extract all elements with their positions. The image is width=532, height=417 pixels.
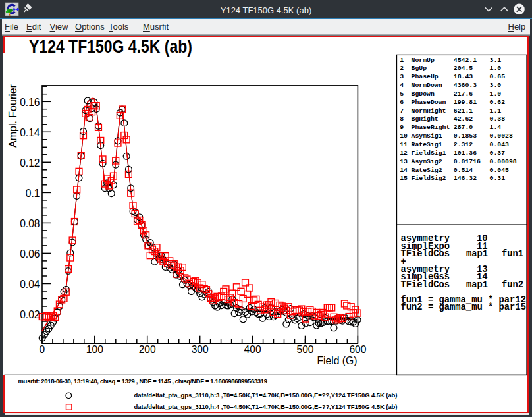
svg-text:0.14: 0.14 bbox=[20, 127, 40, 138]
svg-text:4542.1: 4542.1 bbox=[454, 57, 477, 64]
svg-text:3: 3 bbox=[400, 73, 404, 80]
svg-text:map1: map1 bbox=[466, 280, 488, 290]
svg-text:TFieldCos: TFieldCos bbox=[401, 280, 450, 290]
svg-text:Y124 TF150G 4.5K (ab): Y124 TF150G 4.5K (ab) bbox=[29, 37, 192, 57]
svg-text:204.5: 204.5 bbox=[454, 65, 473, 72]
svg-text:13: 13 bbox=[400, 158, 408, 165]
svg-text:PhaseDown: PhaseDown bbox=[412, 99, 446, 106]
svg-text:15: 15 bbox=[400, 175, 408, 182]
svg-text:1.1: 1.1 bbox=[490, 107, 502, 115]
svg-text:8: 8 bbox=[400, 115, 404, 123]
svg-text:AsymSig2: AsymSig2 bbox=[412, 158, 442, 165]
svg-text:Field (G): Field (G) bbox=[317, 355, 357, 366]
svg-text:1: 1 bbox=[400, 57, 404, 64]
svg-text:0.01716: 0.01716 bbox=[454, 158, 481, 165]
svg-text:0.043: 0.043 bbox=[490, 141, 510, 148]
svg-text:621.1: 621.1 bbox=[454, 107, 473, 115]
svg-text:NormRight: NormRight bbox=[412, 107, 446, 115]
svg-text:3.0: 3.0 bbox=[490, 82, 502, 89]
svg-text:5: 5 bbox=[400, 90, 404, 97]
svg-text:FieldSig2: FieldSig2 bbox=[412, 175, 446, 182]
svg-text:0.16: 0.16 bbox=[20, 97, 40, 108]
svg-text:287.0: 287.0 bbox=[454, 124, 473, 131]
svg-text:0.12: 0.12 bbox=[20, 157, 40, 169]
svg-text:0.08: 0.08 bbox=[20, 218, 40, 229]
svg-text:0.04: 0.04 bbox=[20, 279, 40, 290]
svg-text:217.6: 217.6 bbox=[454, 90, 473, 97]
svg-text:fun2: fun2 bbox=[502, 280, 523, 290]
svg-text:fun1: fun1 bbox=[502, 249, 523, 259]
svg-text:6: 6 bbox=[400, 99, 404, 106]
svg-text:0.38: 0.38 bbox=[490, 115, 506, 123]
svg-text:AsymSig1: AsymSig1 bbox=[412, 132, 442, 140]
svg-text:1.0: 1.0 bbox=[490, 90, 502, 97]
svg-text:0.514: 0.514 bbox=[454, 167, 473, 174]
svg-text:200: 200 bbox=[139, 344, 156, 355]
svg-text:data/deltat_pta_gps_3110,h:4 ,: data/deltat_pta_gps_3110,h:4 ,T0=4.50K,T… bbox=[134, 403, 398, 410]
svg-text:0: 0 bbox=[40, 344, 45, 355]
svg-text:0.00098: 0.00098 bbox=[490, 158, 517, 165]
svg-text:0.1853: 0.1853 bbox=[454, 132, 477, 140]
svg-text:RateSig1: RateSig1 bbox=[412, 141, 442, 148]
svg-text:300: 300 bbox=[192, 344, 209, 355]
svg-text:101.36: 101.36 bbox=[454, 150, 477, 157]
svg-text:1.4: 1.4 bbox=[490, 124, 502, 131]
svg-text:2.312: 2.312 bbox=[454, 141, 473, 148]
svg-text:musrfit: 2018-06-30, 13:19:40,: musrfit: 2018-06-30, 13:19:40, chisq = 1… bbox=[18, 377, 268, 385]
svg-text:10: 10 bbox=[400, 132, 408, 140]
svg-text:0.65: 0.65 bbox=[490, 73, 506, 80]
svg-text:0.37: 0.37 bbox=[490, 150, 506, 157]
svg-text:TFieldCos: TFieldCos bbox=[401, 249, 450, 259]
svg-text:0.02: 0.02 bbox=[20, 309, 40, 320]
svg-text:146.32: 146.32 bbox=[454, 175, 477, 182]
svg-text:42.62: 42.62 bbox=[454, 115, 473, 123]
svg-text:100: 100 bbox=[86, 344, 103, 355]
svg-text:7: 7 bbox=[400, 107, 404, 115]
svg-text:12: 12 bbox=[400, 150, 408, 157]
svg-text:2: 2 bbox=[400, 65, 404, 72]
svg-text:11: 11 bbox=[400, 141, 408, 148]
svg-text:0.62: 0.62 bbox=[490, 99, 506, 106]
svg-text:0.06: 0.06 bbox=[20, 248, 40, 260]
svg-text:600: 600 bbox=[349, 344, 366, 355]
svg-text:500: 500 bbox=[296, 344, 313, 355]
svg-text:4360.3: 4360.3 bbox=[454, 82, 477, 89]
svg-text:18.43: 18.43 bbox=[454, 73, 473, 80]
svg-text:PhaseRight: PhaseRight bbox=[412, 124, 450, 131]
svg-text:RateSig2: RateSig2 bbox=[412, 167, 442, 174]
svg-text:400: 400 bbox=[244, 344, 261, 355]
svg-text:0.0028: 0.0028 bbox=[490, 132, 513, 140]
svg-text:1.0: 1.0 bbox=[490, 65, 502, 72]
svg-text:PhaseUp: PhaseUp bbox=[412, 73, 439, 80]
svg-text:4: 4 bbox=[400, 82, 404, 89]
svg-text:BgUp: BgUp bbox=[412, 65, 427, 72]
svg-text:199.81: 199.81 bbox=[454, 99, 477, 106]
svg-text:data/deltat_pta_gps_3110,h:3 ,: data/deltat_pta_gps_3110,h:3 ,T0=4.50K,T… bbox=[134, 391, 398, 399]
svg-text:0.045: 0.045 bbox=[490, 167, 510, 174]
svg-text:map1: map1 bbox=[466, 249, 488, 259]
svg-text:0.1: 0.1 bbox=[26, 188, 40, 199]
svg-text:fun2 = gamma_mu * par15: fun2 = gamma_mu * par15 bbox=[401, 302, 526, 312]
svg-text:BgDown: BgDown bbox=[412, 90, 435, 97]
svg-text:3.1: 3.1 bbox=[490, 57, 502, 64]
svg-text:0.31: 0.31 bbox=[490, 175, 506, 182]
svg-text:9: 9 bbox=[400, 124, 404, 131]
svg-text:Ampl. Fourier: Ampl. Fourier bbox=[7, 84, 18, 148]
svg-text:NormUp: NormUp bbox=[412, 57, 435, 64]
svg-text:FieldSig1: FieldSig1 bbox=[412, 150, 446, 157]
svg-text:14: 14 bbox=[400, 167, 408, 174]
svg-text:BgRight: BgRight bbox=[412, 115, 439, 123]
svg-text:NormDown: NormDown bbox=[412, 82, 442, 89]
